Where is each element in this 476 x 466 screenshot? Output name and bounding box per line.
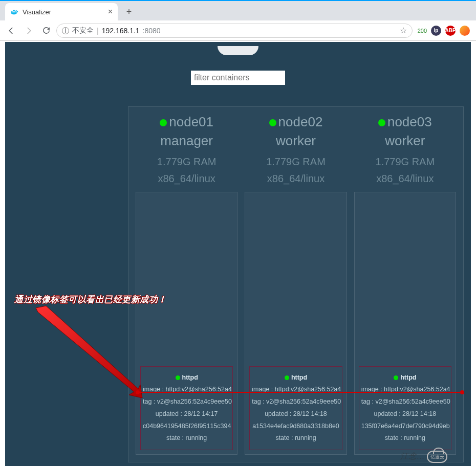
status-dot-icon <box>160 119 167 126</box>
filter-input[interactable] <box>191 71 285 85</box>
node-role: manager <box>136 133 237 149</box>
docker-icon <box>10 8 18 16</box>
node-name: node03 <box>354 114 456 130</box>
task-image: image : httpd:v2@sha256:52a4 <box>143 384 230 396</box>
node-ram: 1.779G RAM <box>354 156 456 168</box>
task-tag: tag : v2@sha256:52a4c9eee50 <box>361 396 449 408</box>
task-image: image : httpd:v2@sha256:52a4 <box>361 384 449 396</box>
task-area: httpd image : httpd:v2@sha256:52a4 tag :… <box>136 192 237 455</box>
task-id: a1534e4efac9d680a3318b8e0 <box>252 420 339 433</box>
task-state: state : running <box>361 432 449 445</box>
node-arch: x86_64/linux <box>136 173 237 185</box>
annotation-line <box>138 392 462 393</box>
task-updated: updated : 28/12 14:18 <box>361 408 449 420</box>
task-card[interactable]: httpd image : httpd:v2@sha256:52a4 tag :… <box>140 366 233 451</box>
node-ram: 1.779G RAM <box>136 156 237 168</box>
new-tab-button[interactable]: + <box>122 5 136 19</box>
separator: | <box>97 27 99 35</box>
status-badge: 200 <box>418 28 427 34</box>
task-service: httpd <box>361 372 449 384</box>
url-host: 192.168.1.1 <box>102 27 140 35</box>
task-state: state : running <box>252 432 339 445</box>
status-dot-icon <box>269 119 276 126</box>
node-role: worker <box>245 133 347 149</box>
node-arch: x86_64/linux <box>354 173 456 185</box>
node-name: node02 <box>245 114 347 130</box>
tab-title: Visualizer <box>23 8 51 16</box>
node-ram: 1.779G RAM <box>245 156 347 168</box>
node-arch: x86_64/linux <box>245 173 347 185</box>
bookmark-icon[interactable]: ☆ <box>400 26 407 35</box>
browser-tab-strip: Visualizer × + <box>0 1 476 20</box>
browser-tab[interactable]: Visualizer × <box>5 3 118 20</box>
task-card[interactable]: httpd image : httpd:v2@sha256:52a4 tag :… <box>249 366 342 451</box>
page-content: node01 manager 1.779G RAM x86_64/linux h… <box>5 42 471 466</box>
extension-icon[interactable]: ip <box>431 26 441 36</box>
annotation-text: 通过镜像标签可以看出已经更新成功！ <box>14 294 167 305</box>
task-service: httpd <box>143 372 230 384</box>
status-dot-icon <box>394 375 398 380</box>
cluster-panel: node01 manager 1.779G RAM x86_64/linux h… <box>128 106 464 462</box>
task-card[interactable]: httpd image : httpd:v2@sha256:52a4 tag :… <box>359 366 451 451</box>
status-dot-icon <box>176 375 180 380</box>
status-dot-icon <box>285 375 289 380</box>
task-image: image : httpd:v2@sha256:52a4 <box>252 384 339 396</box>
info-icon: i <box>62 27 69 34</box>
task-service: httpd <box>252 372 339 384</box>
security-label: 不安全 <box>72 26 94 35</box>
watermark-logo-icon: 亿速云 <box>427 451 447 463</box>
task-area: httpd image : httpd:v2@sha256:52a4 tag :… <box>354 192 456 455</box>
close-icon[interactable]: × <box>108 7 113 16</box>
task-id: c04b964195485f26f95115c394 <box>143 420 230 433</box>
address-bar: i 不安全 | 192.168.1.1:8080 ☆ 200 ip ABP <box>0 20 476 41</box>
task-state: state : running <box>143 432 230 445</box>
back-button[interactable] <box>4 24 18 38</box>
task-id: 135f07e6a4ed7def790c94d9eb <box>361 420 449 433</box>
task-updated: updated : 28/12 14:17 <box>143 408 230 420</box>
node-column: node03 worker 1.779G RAM x86_64/linux ht… <box>354 114 456 455</box>
adblock-icon[interactable]: ABP <box>445 26 456 36</box>
node-column: node02 worker 1.779G RAM x86_64/linux ht… <box>245 114 347 455</box>
url-input[interactable]: i 不安全 | 192.168.1.1:8080 ☆ <box>56 24 413 38</box>
node-name: node01 <box>136 114 237 130</box>
extensions-area: 200 ip ABP <box>416 26 472 36</box>
task-tag: tag : v2@sha256:52a4c9eee50 <box>252 396 339 408</box>
node-column: node01 manager 1.779G RAM x86_64/linux h… <box>136 114 237 455</box>
status-dot-icon <box>378 119 385 126</box>
task-updated: updated : 28/12 14:18 <box>252 408 339 420</box>
logo-placeholder <box>218 46 258 55</box>
url-port: :8080 <box>143 27 161 35</box>
task-tag: tag : v2@sha256:52a4c9eee50 <box>143 396 230 408</box>
watermark-text: 江念… <box>400 451 425 462</box>
reload-button[interactable] <box>39 24 53 38</box>
task-area: httpd image : httpd:v2@sha256:52a4 tag :… <box>245 192 347 455</box>
forward-button[interactable] <box>21 24 36 38</box>
node-role: worker <box>354 133 456 149</box>
extension-icon[interactable] <box>460 26 470 36</box>
